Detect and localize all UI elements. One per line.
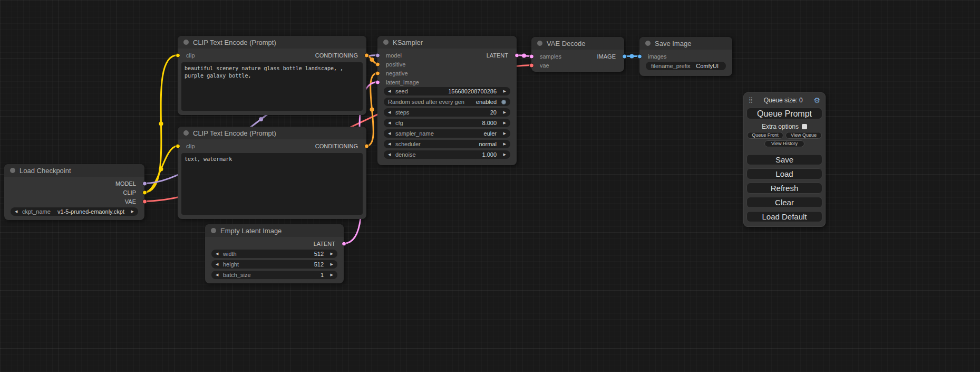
queue-front-button[interactable]: Queue Front xyxy=(747,132,783,139)
increment-arrow-icon[interactable]: ▶ xyxy=(499,121,506,125)
load-button[interactable]: Load xyxy=(746,168,822,179)
drag-handle-icon[interactable]: ⣿ xyxy=(749,97,753,103)
filename-prefix-widget[interactable]: filename_prefix ComfyUI xyxy=(646,62,726,70)
node-graph-canvas[interactable]: Load Checkpoint MODEL CLIP VAE ◀ ckpt_na… xyxy=(0,0,980,372)
seed-widget[interactable]: ◀ seed 156680208700286 ▶ xyxy=(384,87,510,96)
negative-input-port[interactable] xyxy=(375,71,380,75)
decrement-arrow-icon[interactable]: ◀ xyxy=(388,142,395,146)
node-ksampler[interactable]: KSampler model LATENT positive negative … xyxy=(377,36,517,165)
node-title-bar[interactable]: CLIP Text Encode (Prompt) xyxy=(178,36,366,49)
random-seed-toggle-widget[interactable]: Random seed after every gen enabled xyxy=(384,98,510,106)
widget-label: denoise xyxy=(395,151,416,158)
queue-prompt-button[interactable]: Queue Prompt xyxy=(746,108,822,119)
model-output-port[interactable] xyxy=(142,181,147,186)
load-default-button[interactable]: Load Default xyxy=(746,211,822,222)
node-title-bar[interactable]: CLIP Text Encode (Prompt) xyxy=(178,127,366,139)
latent-output-port[interactable] xyxy=(515,53,519,58)
toggle-enabled-icon[interactable] xyxy=(501,100,506,104)
image-output-port[interactable] xyxy=(622,54,627,59)
decrement-arrow-icon[interactable]: ◀ xyxy=(15,209,22,214)
slot-row: negative xyxy=(377,69,517,78)
cfg-widget[interactable]: ◀ cfg 8.000 ▶ xyxy=(384,119,510,127)
decrement-arrow-icon[interactable]: ◀ xyxy=(388,89,395,93)
increment-arrow-icon[interactable]: ▶ xyxy=(499,131,506,136)
increment-arrow-icon[interactable]: ▶ xyxy=(326,252,333,256)
widget-label: steps xyxy=(395,109,409,116)
samples-input-port[interactable] xyxy=(529,54,534,59)
node-title-bar[interactable]: VAE Decode xyxy=(531,37,624,50)
node-clip-text-encode-positive[interactable]: CLIP Text Encode (Prompt) clip CONDITION… xyxy=(178,36,366,115)
clip-input-port[interactable] xyxy=(176,53,180,58)
increment-arrow-icon[interactable]: ▶ xyxy=(127,209,134,214)
wire-midpoint-dot xyxy=(370,108,374,112)
node-clip-text-encode-negative[interactable]: CLIP Text Encode (Prompt) clip CONDITION… xyxy=(178,127,366,219)
input-label-model: model xyxy=(386,52,402,59)
increment-arrow-icon[interactable]: ▶ xyxy=(499,89,506,93)
clear-button[interactable]: Clear xyxy=(746,197,822,208)
collapse-dot-icon[interactable] xyxy=(183,40,189,45)
clip-output-port[interactable] xyxy=(142,190,147,195)
node-title-bar[interactable]: Load Checkpoint xyxy=(4,164,144,177)
decrement-arrow-icon[interactable]: ◀ xyxy=(388,110,395,115)
output-label-latent: LATENT xyxy=(487,52,508,59)
conditioning-output-port[interactable] xyxy=(364,53,369,58)
view-queue-button[interactable]: View Queue xyxy=(785,132,822,139)
refresh-button[interactable]: Refresh xyxy=(746,183,822,194)
positive-prompt-textarea[interactable]: beautiful scenery nature glass bottle la… xyxy=(181,62,363,111)
view-history-button[interactable]: View History xyxy=(764,140,804,147)
sampler-name-widget[interactable]: ◀ sampler_name euler ▶ xyxy=(384,129,510,138)
widget-value: 1.000 xyxy=(482,151,497,158)
settings-gear-icon[interactable]: ⚙ xyxy=(813,97,820,104)
node-save-image[interactable]: Save Image images filename_prefix ComfyU… xyxy=(639,37,732,76)
collapse-dot-icon[interactable] xyxy=(645,41,651,46)
increment-arrow-icon[interactable]: ▶ xyxy=(326,273,333,277)
widget-value: v1-5-pruned-emaonly.ckpt xyxy=(57,208,124,215)
denoise-widget[interactable]: ◀ denoise 1.000 ▶ xyxy=(384,150,510,159)
decrement-arrow-icon[interactable]: ◀ xyxy=(216,252,223,256)
decrement-arrow-icon[interactable]: ◀ xyxy=(388,121,395,125)
increment-arrow-icon[interactable]: ▶ xyxy=(499,152,506,157)
slot-row: LATENT xyxy=(205,239,344,248)
vae-output-port[interactable] xyxy=(142,199,147,204)
conditioning-output-port[interactable] xyxy=(364,144,369,148)
increment-arrow-icon[interactable]: ▶ xyxy=(326,262,333,266)
increment-arrow-icon[interactable]: ▶ xyxy=(499,110,506,115)
widget-label: filename_prefix xyxy=(651,63,691,69)
collapse-dot-icon[interactable] xyxy=(183,130,189,136)
decrement-arrow-icon[interactable]: ◀ xyxy=(388,152,395,157)
images-input-port[interactable] xyxy=(637,54,642,59)
extra-options-checkbox[interactable] xyxy=(802,124,807,129)
latent-output-port[interactable] xyxy=(342,241,346,246)
widget-label: ckpt_name xyxy=(22,208,51,215)
latent-image-input-port[interactable] xyxy=(375,80,380,84)
width-widget[interactable]: ◀ width 512 ▶ xyxy=(211,250,337,258)
node-load-checkpoint[interactable]: Load Checkpoint MODEL CLIP VAE ◀ ckpt_na… xyxy=(4,164,144,220)
scheduler-widget[interactable]: ◀ scheduler normal ▶ xyxy=(384,140,510,148)
increment-arrow-icon[interactable]: ▶ xyxy=(499,142,506,146)
batch-size-widget[interactable]: ◀ batch_size 1 ▶ xyxy=(211,271,337,279)
node-title-bar[interactable]: KSampler xyxy=(377,36,517,49)
steps-widget[interactable]: ◀ steps 20 ▶ xyxy=(384,108,510,117)
ckpt-name-widget[interactable]: ◀ ckpt_name v1-5-pruned-emaonly.ckpt ▶ xyxy=(11,207,138,216)
decrement-arrow-icon[interactable]: ◀ xyxy=(216,262,223,266)
collapse-dot-icon[interactable] xyxy=(211,228,216,233)
positive-input-port[interactable] xyxy=(375,62,380,66)
model-input-port[interactable] xyxy=(375,53,380,58)
collapse-dot-icon[interactable] xyxy=(383,40,389,45)
node-vae-decode[interactable]: VAE Decode samples IMAGE vae xyxy=(531,37,624,72)
decrement-arrow-icon[interactable]: ◀ xyxy=(388,131,395,136)
collapse-dot-icon[interactable] xyxy=(10,168,15,173)
vae-input-port[interactable] xyxy=(529,63,534,68)
wire-midpoint-dot xyxy=(630,54,634,59)
output-label-image: IMAGE xyxy=(597,53,616,60)
decrement-arrow-icon[interactable]: ◀ xyxy=(216,273,223,277)
node-title-bar[interactable]: Save Image xyxy=(639,37,732,50)
node-empty-latent-image[interactable]: Empty Latent Image LATENT ◀ width 512 ▶ … xyxy=(205,224,344,283)
clip-input-port[interactable] xyxy=(176,144,180,148)
height-widget[interactable]: ◀ height 512 ▶ xyxy=(211,260,337,269)
node-title-bar[interactable]: Empty Latent Image xyxy=(205,224,344,237)
negative-prompt-textarea[interactable]: text, watermark xyxy=(181,153,363,215)
extra-options-row: Extra options xyxy=(744,123,825,130)
collapse-dot-icon[interactable] xyxy=(537,41,542,46)
save-button[interactable]: Save xyxy=(746,154,822,165)
